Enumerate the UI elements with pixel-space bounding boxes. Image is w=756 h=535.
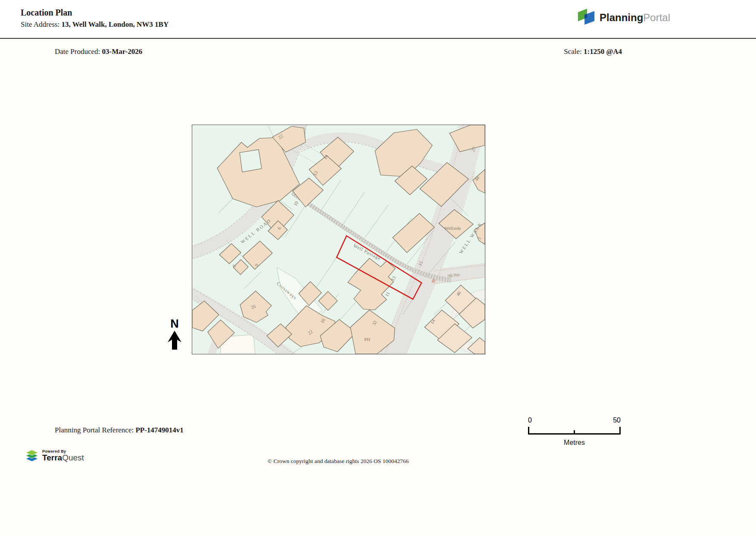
site-address-label: Site Address: (21, 20, 61, 28)
location-map: 22141310274865926221615131132PH46143Well… (192, 125, 485, 354)
ph-label: PH (364, 337, 370, 342)
planning-portal-wordmark: PlanningPortal (600, 12, 670, 24)
planning-portal-reference: Planning Portal Reference: PP-14749014v1 (55, 426, 184, 435)
terraquest-icon (25, 450, 39, 462)
wellside-label: Wellside (444, 225, 461, 231)
date-produced-line: Date Produced: 03-Mar-2026 (55, 47, 142, 56)
document-header: Location Plan Site Address: 13, Well Wal… (0, 0, 756, 39)
north-indicator: N (165, 317, 184, 351)
location-plan-page: { "header": { "title": "Location Plan", … (0, 0, 756, 535)
scale-line: Scale: 1:1250 @A4 (564, 47, 622, 56)
page-title: Location Plan (21, 8, 72, 18)
site-address-line: Site Address: 13, Well Walk, London, NW3… (21, 20, 169, 29)
north-arrow-icon (167, 331, 182, 350)
crown-copyright-notice: © Crown copyright and database rights 20… (192, 458, 484, 465)
scale-bar-end: 50 (613, 416, 621, 424)
scale-bar-unit: Metres (528, 439, 621, 447)
scale-value: 1:1250 @A4 (584, 47, 622, 56)
terraquest-logo: Powered By TerraQuest (25, 449, 84, 462)
os-map-extract: 22141310274865926221615131132PH46143Well… (192, 125, 485, 354)
scale-bar-start: 0 (528, 416, 532, 424)
scale-bar: 0 50 Metres (528, 416, 621, 447)
scale-bar-rule (528, 426, 621, 435)
planning-portal-icon (577, 8, 596, 28)
date-produced-value: 03-Mar-2026 (102, 47, 143, 56)
site-address-value: 13, Well Walk, London, NW3 1BY (61, 20, 169, 28)
north-label: N (165, 317, 184, 331)
planning-portal-logo: PlanningPortal (577, 8, 670, 28)
reference-value: PP-14749014v1 (135, 426, 183, 434)
terraquest-wordmark: Powered By TerraQuest (42, 449, 84, 462)
